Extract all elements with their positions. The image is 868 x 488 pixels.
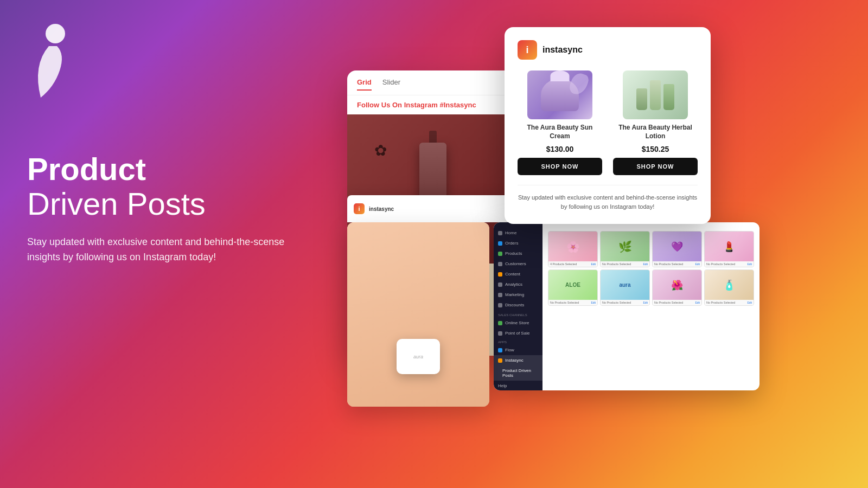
admin-nav-flow[interactable]: Flow [494, 345, 542, 355]
nav-dot-discounts [498, 303, 502, 307]
nav-dot-analytics [498, 282, 502, 287]
grid-edit-2[interactable]: Edit [643, 262, 648, 266]
grid-image-3: 💜 [653, 232, 701, 261]
grid-label-1: 4 Products Selected [550, 262, 577, 266]
grid-image-5: ALOE [548, 270, 597, 300]
admin-product-grid: 🌸 4 Products Selected Edit 🌿 No Products… [548, 231, 754, 306]
nav-label-content: Content [505, 272, 520, 277]
nav-dot-flow [498, 348, 502, 352]
admin-nav-customers[interactable]: Customers [494, 259, 542, 269]
grid-image-4: 💄 [705, 232, 754, 261]
nav-dot-orders [498, 241, 502, 246]
grid-footer-6: No Products Selected Edit [601, 300, 649, 305]
grid-label-4: No Products Selected [706, 262, 735, 266]
grid-footer-2: No Products Selected Edit [601, 261, 649, 267]
admin-nav-help[interactable]: Help [494, 381, 542, 390]
logo-area [27, 22, 71, 111]
nav-dot-content [498, 272, 502, 277]
admin-nav-instasync[interactable]: Instasync [494, 355, 542, 365]
admin-nav-pos[interactable]: Point of Sale [494, 328, 542, 338]
nav-label-products: Products [505, 251, 522, 256]
grid-item-4: 💄 No Products Selected Edit [704, 231, 754, 267]
nav-label-orders: Orders [505, 241, 518, 246]
admin-nav-online-store[interactable]: Online Store [494, 318, 542, 328]
grid-edit-8[interactable]: Edit [747, 301, 752, 304]
hero-title: Product Driven Posts [27, 152, 309, 221]
grid-image-8: 🧴 [705, 270, 754, 300]
grid-item-2: 🌿 No Products Selected Edit [600, 231, 650, 267]
admin-nav-marketing[interactable]: Marketing [494, 290, 542, 300]
nav-dot-pos [498, 331, 502, 336]
cards-area: Grid Slider Follow Us On Instagram #Inst… [347, 11, 857, 477]
grid-edit-5[interactable]: Edit [591, 301, 596, 304]
grid-image-6: aura [601, 270, 649, 300]
grid-edit-6[interactable]: Edit [643, 301, 648, 304]
popup-logo: i [518, 40, 537, 60]
admin-nav-discounts[interactable]: Discounts [494, 300, 542, 310]
tab-slider[interactable]: Slider [382, 78, 400, 91]
nav-dot-products [498, 252, 502, 256]
product-1-name: The Aura Beauty Sun Cream [518, 124, 602, 140]
admin-nav-product-driven[interactable]: Product Driven Posts [494, 365, 542, 381]
nav-label-analytics: Analytics [505, 282, 522, 287]
product-1-price: $130.00 [546, 145, 574, 153]
product-1-shop-button[interactable]: SHOP NOW [518, 158, 602, 175]
grid-footer-3: No Products Selected Edit [653, 261, 701, 267]
grid-footer-5: No Products Selected Edit [548, 300, 597, 305]
popup-brand-name: instasync [542, 45, 583, 55]
tab-grid[interactable]: Grid [357, 78, 372, 91]
admin-nav-orders[interactable]: Orders [494, 238, 542, 248]
nav-dot-marketing [498, 293, 502, 297]
nav-label-online: Online Store [505, 320, 529, 325]
bottle-3 [663, 84, 674, 110]
nav-dot-online [498, 321, 502, 325]
grid-image-1: 🌸 [548, 232, 597, 261]
svg-point-0 [46, 24, 65, 43]
product-2-image [623, 70, 688, 119]
nav-label-home: Home [505, 230, 516, 235]
hero-description: Stay updated with exclusive content and … [27, 234, 309, 266]
grid-edit-3[interactable]: Edit [695, 262, 700, 266]
nav-label-discounts: Discounts [505, 303, 524, 307]
grid-edit-4[interactable]: Edit [747, 262, 752, 266]
grid-item-5: ALOE No Products Selected Edit [548, 269, 598, 306]
popup-product-2: The Aura Beauty Herbal Lotion $150.25 SH… [613, 70, 698, 175]
grid-item-7: 🌺 No Products Selected Edit [652, 269, 702, 306]
popup-header: i instasync [518, 40, 698, 60]
nav-label-help: Help [498, 383, 507, 388]
admin-nav-products[interactable]: Products [494, 248, 542, 259]
grid-edit-7[interactable]: Edit [695, 301, 700, 304]
admin-nav-content[interactable]: Content [494, 269, 542, 279]
ig-follow-text: Follow Us On Instagram #Instasync [347, 95, 518, 114]
grid-item-3: 💜 No Products Selected Edit [652, 231, 702, 267]
apps-section-label: Apps [494, 338, 542, 345]
grid-label-3: No Products Selected [654, 262, 683, 266]
grid-footer-8: No Products Selected Edit [705, 300, 754, 305]
nav-label-instasync: Instasync [505, 358, 524, 363]
grid-label-2: No Products Selected [602, 262, 631, 266]
grid-edit-1[interactable]: Edit [591, 262, 596, 266]
grid-image-7: 🌺 [653, 270, 701, 300]
bottle-1 [636, 88, 647, 110]
grid-footer-4: No Products Selected Edit [705, 261, 754, 267]
skin-bg [347, 222, 489, 407]
brand-logo-icon [27, 22, 71, 108]
grid-image-2: 🌿 [601, 232, 649, 261]
popup-footer: Stay updated with exclusive content and … [518, 185, 698, 211]
lotion-bottles [636, 80, 674, 110]
nav-dot-home [498, 231, 502, 235]
nav-label-flow: Flow [505, 348, 514, 352]
bottle-2 [650, 80, 661, 110]
channels-label: Sales channels [494, 310, 542, 318]
admin-nav-analytics[interactable]: Analytics [494, 279, 542, 290]
product-2-price: $150.25 [642, 145, 669, 153]
product-2-shop-button[interactable]: SHOP NOW [613, 158, 698, 175]
left-content: Product Driven Posts Stay updated with e… [27, 152, 309, 265]
grid-label-8: No Products Selected [706, 301, 735, 304]
nav-label-marketing: Marketing [505, 292, 524, 297]
admin-nav-home[interactable]: Home [494, 228, 542, 238]
product-1-image [527, 70, 592, 119]
grid-footer-1: 4 Products Selected Edit [548, 261, 597, 267]
nav-label-customers: Customers [505, 261, 526, 266]
product-2-name: The Aura Beauty Herbal Lotion [613, 124, 698, 140]
